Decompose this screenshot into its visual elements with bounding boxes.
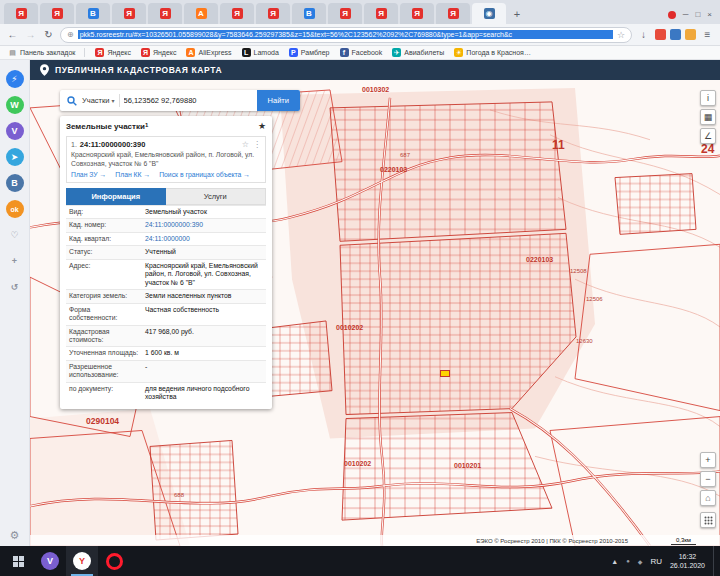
info-value: для ведения личного подсобного хозяйства bbox=[142, 382, 266, 403]
browser-tabstrip: ЯЯВЯЯAЯЯВЯЯЯЯ◉ + ─ □ × bbox=[0, 0, 720, 24]
menu-button[interactable]: ≡ bbox=[701, 30, 714, 40]
zoom-in-button[interactable]: + bbox=[700, 452, 716, 468]
info-value: Учтенный bbox=[142, 246, 266, 259]
browser-sidebar: ⚡WV➤Bok♡+↺ ⚙ bbox=[0, 60, 30, 546]
bookmark-item[interactable]: ▤Панель закладок bbox=[8, 48, 85, 57]
recording-indicator-icon bbox=[668, 11, 676, 19]
browser-tab[interactable]: Я bbox=[4, 3, 38, 24]
plan-link[interactable]: План КК → bbox=[115, 171, 150, 178]
tray-network-icon[interactable]: ● bbox=[626, 558, 630, 564]
extension-icon[interactable] bbox=[670, 29, 681, 40]
search-category-dropdown[interactable]: Участки bbox=[82, 96, 110, 105]
history-icon[interactable]: ↺ bbox=[6, 278, 24, 296]
info-value: 24:11:0000000 bbox=[142, 232, 266, 245]
url-text[interactable]: pkk5.rosreestr.ru/#x=10326501.055899028&… bbox=[78, 30, 613, 39]
start-button[interactable] bbox=[2, 546, 34, 576]
viber-icon[interactable]: V bbox=[6, 122, 24, 140]
show-desktop-button[interactable] bbox=[713, 546, 718, 576]
info-label: Статус: bbox=[66, 246, 142, 259]
item-star-icon[interactable]: ☆ bbox=[242, 140, 249, 149]
taskbar-yandex-browser-icon: Y bbox=[73, 552, 91, 570]
download-button[interactable]: ↓ bbox=[637, 30, 650, 40]
browser-tab[interactable]: Я bbox=[436, 3, 470, 24]
results-count: 1 bbox=[145, 122, 148, 128]
find-button[interactable]: Найти bbox=[257, 90, 300, 111]
whatsapp-icon[interactable]: W bbox=[6, 96, 24, 114]
bookmark-favicon-icon: ▤ bbox=[8, 48, 17, 57]
plan-link[interactable]: Поиск в границах объекта → bbox=[159, 171, 250, 178]
maximize-button[interactable]: □ bbox=[695, 10, 700, 19]
taskbar-clock[interactable]: 16:32 26.01.2020 bbox=[670, 552, 705, 570]
vk-icon[interactable]: B bbox=[6, 174, 24, 192]
map-area[interactable]: 0010302687022010311240220103125081250600… bbox=[30, 80, 720, 546]
browser-tab[interactable]: A bbox=[184, 3, 218, 24]
close-button[interactable]: × bbox=[707, 10, 712, 19]
bookmark-star-icon[interactable]: ☆ bbox=[617, 30, 625, 40]
taskbar-viber-icon: V bbox=[41, 552, 59, 570]
browser-tab[interactable]: Я bbox=[40, 3, 74, 24]
search-input[interactable] bbox=[124, 96, 257, 105]
info-label: Разрешенное использование: bbox=[66, 360, 142, 382]
bookmark-item[interactable]: ЯЯндекс bbox=[95, 48, 131, 57]
back-button[interactable]: ← bbox=[6, 30, 19, 40]
extension-icon[interactable] bbox=[655, 29, 666, 40]
bookmark-item[interactable]: ✈Авиабилеты bbox=[392, 48, 444, 57]
bookmark-favicon-icon: Я bbox=[141, 48, 150, 57]
browser-tab[interactable]: В bbox=[292, 3, 326, 24]
info-row: Кадастровая стоимость:417 968,00 руб. bbox=[66, 325, 266, 347]
messenger-icon[interactable]: ⚡ bbox=[6, 70, 24, 88]
bookmark-item[interactable]: РРамблер bbox=[289, 48, 330, 57]
odnoklassniki-icon[interactable]: ok bbox=[6, 200, 24, 218]
extension-icon[interactable] bbox=[685, 29, 696, 40]
telegram-icon[interactable]: ➤ bbox=[6, 148, 24, 166]
selected-parcel-marker[interactable] bbox=[440, 370, 450, 377]
zoom-out-button[interactable]: − bbox=[700, 471, 716, 487]
browser-tab[interactable]: Я bbox=[148, 3, 182, 24]
windows-logo-icon bbox=[13, 556, 24, 567]
home-extent-button[interactable]: ⌂ bbox=[700, 490, 716, 506]
add-panel-icon[interactable]: + bbox=[6, 252, 24, 270]
browser-tab[interactable]: Я bbox=[400, 3, 434, 24]
favorites-heart-icon[interactable]: ♡ bbox=[6, 226, 24, 244]
tab-information[interactable]: Информация bbox=[66, 188, 166, 205]
bookmark-item[interactable]: AAliExpress bbox=[186, 48, 231, 57]
bookmark-label: Рамблер bbox=[301, 49, 330, 56]
plan-link[interactable]: План ЗУ → bbox=[71, 171, 106, 178]
bookmark-item[interactable]: fFacebook bbox=[340, 48, 383, 57]
info-button[interactable]: i bbox=[700, 90, 716, 106]
browser-tab[interactable]: Я bbox=[256, 3, 290, 24]
taskbar-viber[interactable]: V bbox=[34, 546, 66, 576]
info-row: Разрешенное использование:- bbox=[66, 360, 266, 382]
reload-button[interactable]: ↻ bbox=[42, 30, 55, 40]
item-more-icon[interactable]: ⋮ bbox=[253, 140, 261, 149]
measure-button[interactable]: ∠ bbox=[700, 128, 716, 144]
browser-tab[interactable]: ◉ bbox=[472, 3, 506, 24]
browser-tab[interactable]: В bbox=[76, 3, 110, 24]
tray-volume-icon[interactable]: ◆ bbox=[638, 558, 643, 565]
browser-tab[interactable]: Я bbox=[364, 3, 398, 24]
tray-expand-icon[interactable]: ▲ bbox=[611, 558, 618, 565]
bookmark-item[interactable]: ☀Погода в Красноя… bbox=[454, 48, 531, 57]
url-field[interactable]: ⊕ pkk5.rosreestr.ru/#x=10326501.05589902… bbox=[60, 27, 632, 43]
tab-services[interactable]: Услуги bbox=[166, 188, 267, 205]
taskbar-opera[interactable] bbox=[98, 546, 130, 576]
new-tab-button[interactable]: + bbox=[508, 3, 526, 24]
sidebar-icons: ⚡WV➤Bok♡+↺ bbox=[6, 66, 24, 300]
browser-tab[interactable]: Я bbox=[220, 3, 254, 24]
favorites-star-icon[interactable]: ★ bbox=[258, 122, 266, 131]
bookmark-favicon-icon: L bbox=[242, 48, 251, 57]
browser-tab[interactable]: Я bbox=[112, 3, 146, 24]
language-indicator[interactable]: RU bbox=[650, 557, 662, 566]
clock-time: 16:32 bbox=[670, 552, 705, 561]
browser-tab[interactable]: Я bbox=[328, 3, 362, 24]
forward-button[interactable]: → bbox=[24, 30, 37, 40]
app-grid-button[interactable] bbox=[700, 512, 716, 528]
result-item[interactable]: 1. 24:11:0000000:390 ☆ ⋮ Красноярский кр… bbox=[66, 136, 266, 183]
layers-button[interactable]: ▦ bbox=[700, 109, 716, 125]
bookmark-item[interactable]: ЯЯндекс bbox=[141, 48, 177, 57]
settings-gear-icon[interactable]: ⚙ bbox=[10, 529, 20, 542]
results-title: Земельные участки bbox=[66, 122, 145, 131]
taskbar-yandex-browser[interactable]: Y bbox=[66, 546, 98, 576]
minimize-button[interactable]: ─ bbox=[683, 10, 689, 19]
bookmark-item[interactable]: LLamoda bbox=[242, 48, 279, 57]
